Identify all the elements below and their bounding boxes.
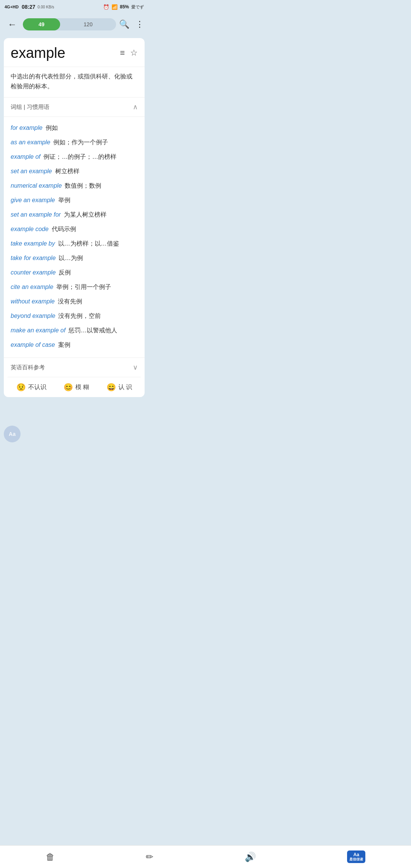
- word-title: example: [11, 45, 65, 61]
- more-options-icon[interactable]: ⋮: [135, 19, 144, 29]
- phrase-item[interactable]: example of例证；…的例子；…的榜样: [11, 150, 138, 164]
- phrase-zh: 例如: [46, 123, 58, 132]
- phrases-section-title: 词组 | 习惯用语: [11, 104, 49, 111]
- recognition-bar: 😟 不认识 😊 模 糊 😄 认 识: [8, 377, 141, 397]
- alarm-icon: ⏰: [103, 4, 109, 10]
- phrase-zh: 举例: [58, 196, 70, 205]
- total-pages-number: 120: [60, 21, 116, 27]
- word-definition: 中选出的有代表性部分，或指供科研、化验或检验用的标本。: [4, 67, 145, 97]
- known-button[interactable]: 😄 认 识: [107, 383, 132, 392]
- time-display: 08:27: [22, 4, 35, 10]
- phrase-en: take for example: [11, 254, 56, 263]
- phrase-en: give an example: [11, 196, 55, 205]
- phrase-zh: 惩罚…以警戒他人: [68, 326, 117, 335]
- phrase-zh: 为某人树立榜样: [64, 210, 107, 219]
- nav-bar: ← 49 120 🔍 ⋮: [0, 14, 148, 35]
- phrase-zh: 以…为榜样；以…借鉴: [58, 239, 119, 248]
- unknown-emoji: 😟: [16, 383, 26, 392]
- phrase-en: counter example: [11, 268, 56, 277]
- phrase-en: numerical example: [11, 181, 62, 190]
- phrase-en: make an example of: [11, 326, 65, 335]
- word-header-icons: ≡ ☆: [120, 48, 138, 58]
- phrase-zh: 没有先例: [58, 297, 82, 306]
- progress-filled: 49: [23, 18, 60, 30]
- encyclopedia-title: 英语百科参考: [11, 364, 45, 371]
- phrases-section-header: 词组 | 习惯用语 ∧: [4, 97, 145, 117]
- encyclopedia-header: 英语百科参考 ∨: [4, 358, 145, 377]
- progress-bar-container: 49 120: [23, 18, 116, 30]
- phrase-en: example of case: [11, 340, 55, 349]
- phrase-item[interactable]: numerical example数值例；数例: [11, 179, 138, 193]
- phrase-en: set an example: [11, 167, 52, 176]
- phrase-en: as an example: [11, 138, 50, 147]
- word-header: example ≡ ☆: [4, 38, 145, 67]
- status-right: ⏰ 📶 85% 愛でず: [103, 4, 144, 10]
- phrase-en: set an example for: [11, 210, 61, 219]
- wifi-icon: 📶: [112, 4, 118, 10]
- unknown-button[interactable]: 😟 不认识: [16, 383, 46, 392]
- phrase-en: without example: [11, 297, 55, 306]
- fuzzy-emoji: 😊: [64, 383, 73, 392]
- phrase-zh: 案例: [58, 340, 70, 349]
- phrase-zh: 数值例；数例: [65, 181, 101, 190]
- encyclopedia-expand-icon[interactable]: ∨: [133, 363, 138, 372]
- phrase-zh: 举例；引用一个例子: [56, 282, 111, 292]
- phrase-zh: 树立榜样: [55, 167, 80, 176]
- speed-display: 0.00 KB/s: [38, 5, 54, 9]
- phrase-item[interactable]: example of case案例: [11, 338, 138, 352]
- phrase-item[interactable]: for example例如: [11, 121, 138, 135]
- phrase-en: cite an example: [11, 282, 53, 292]
- search-icon[interactable]: 🔍: [119, 19, 129, 29]
- battery-display: 85%: [120, 4, 129, 10]
- phrase-item[interactable]: take for example以…为例: [11, 251, 138, 265]
- phrase-en: take example by: [11, 239, 55, 248]
- phrase-item[interactable]: counter example反例: [11, 265, 138, 280]
- phrase-item[interactable]: without example没有先例: [11, 294, 138, 309]
- phrase-zh: 例证；…的例子；…的榜样: [43, 152, 116, 161]
- phrase-item[interactable]: make an example of惩罚…以警戒他人: [11, 323, 138, 338]
- phrase-en: beyond example: [11, 311, 55, 321]
- phrase-item[interactable]: take example by以…为榜样；以…借鉴: [11, 236, 138, 251]
- phrase-item[interactable]: example code代码示例: [11, 222, 138, 236]
- fuzzy-button[interactable]: 😊 模 糊: [64, 383, 89, 392]
- back-button[interactable]: ←: [5, 18, 20, 31]
- phrase-item[interactable]: set an example for为某人树立榜样: [11, 207, 138, 222]
- phrase-item[interactable]: set an example树立榜样: [11, 164, 138, 179]
- phrase-zh: 例如；作为一个例子: [53, 138, 108, 147]
- encyclopedia-section: 英语百科参考 ∨: [4, 357, 145, 377]
- phrase-item[interactable]: give an example举例: [11, 193, 138, 207]
- phrase-zh: 反例: [59, 268, 71, 277]
- unknown-label: 不认识: [28, 383, 46, 391]
- known-emoji: 😄: [107, 383, 116, 392]
- phrases-collapse-icon[interactable]: ∧: [133, 103, 138, 111]
- current-page-number: 49: [35, 21, 48, 27]
- fuzzy-label: 模 糊: [75, 383, 89, 391]
- phrase-item[interactable]: cite an example举例；引用一个例子: [11, 280, 138, 294]
- phrase-item[interactable]: as an example例如；作为一个例子: [11, 135, 138, 150]
- phrase-item[interactable]: beyond example没有先例，空前: [11, 309, 138, 323]
- list-icon[interactable]: ≡: [120, 48, 125, 58]
- network-indicator: 4G+HD: [5, 5, 19, 9]
- bookmark-star-icon[interactable]: ☆: [130, 48, 138, 58]
- phrase-zh: 以…为例: [59, 254, 83, 263]
- status-bar: 4G+HD 08:27 0.00 KB/s ⏰ 📶 85% 愛でず: [0, 0, 148, 14]
- phrase-en: example of: [11, 152, 40, 161]
- phrase-en: for example: [11, 123, 43, 132]
- phrase-en: example code: [11, 225, 49, 234]
- carrier-display: 愛でず: [131, 4, 144, 10]
- known-label: 认 识: [118, 383, 132, 391]
- nav-action-icons: 🔍 ⋮: [119, 19, 144, 29]
- phrases-list: for example例如as an example例如；作为一个例子examp…: [4, 117, 145, 357]
- word-card: example ≡ ☆ 中选出的有代表性部分，或指供科研、化验或检验用的标本。 …: [4, 38, 145, 397]
- phrase-zh: 没有先例，空前: [58, 311, 101, 321]
- phrase-zh: 代码示例: [52, 225, 76, 234]
- status-left: 4G+HD 08:27 0.00 KB/s: [5, 4, 54, 10]
